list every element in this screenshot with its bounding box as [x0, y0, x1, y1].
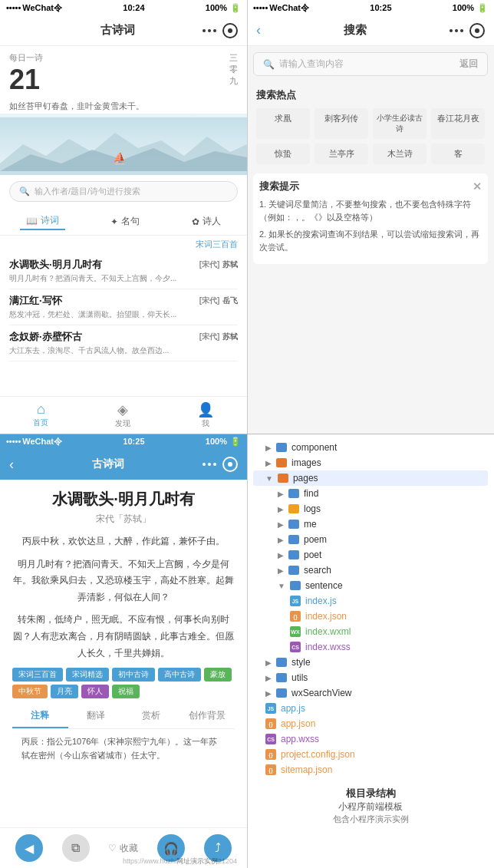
file-sentence[interactable]: ▼ sentence: [253, 578, 488, 593]
target-icon[interactable]: [222, 23, 238, 38]
hot-tag-1[interactable]: 刺客列传: [315, 108, 368, 139]
poem-item-1[interactable]: 水调歌头·明月几时有 [宋代] 苏轼 明月几时有？把酒问青天。不知天上宫阙，今夕…: [9, 253, 238, 289]
annotation-content: 丙辰：指公元1076年（宋神宗熙宁九年）。这一年苏轼在密州（今山东省诸城市）任太…: [12, 729, 235, 768]
back-arrow[interactable]: ‹: [256, 22, 261, 38]
tab-famous[interactable]: ✦ 名句: [104, 213, 146, 230]
file-app-json[interactable]: {} app.json: [253, 716, 488, 731]
hot-tag-3[interactable]: 春江花月夜: [431, 108, 485, 139]
hot-tag-5[interactable]: 兰亭序: [315, 144, 368, 164]
hot-tag-0[interactable]: 求凰: [256, 108, 310, 139]
tag-5[interactable]: 中秋节: [12, 685, 48, 698]
file-utils[interactable]: ▶ utils: [253, 670, 488, 685]
poem-meta-3: [宋代] 苏轼: [199, 330, 238, 344]
right-target-icon[interactable]: [469, 23, 485, 38]
bottom-right-panel: ▶ component ▶ images ▼ pages ▶ find ▶ lo…: [247, 434, 494, 868]
search-icon: 🔍: [19, 186, 30, 196]
folder-icon-sentence: [290, 581, 301, 590]
left-search-bar[interactable]: 🔍 输入作者/题目/诗句进行搜索: [9, 181, 238, 202]
file-style[interactable]: ▶ style: [253, 655, 488, 670]
ann-tab-translate[interactable]: 翻译: [68, 705, 124, 728]
file-pages[interactable]: ▼ pages: [253, 470, 488, 486]
file-logs[interactable]: ▶ logs: [253, 501, 488, 517]
nav-me[interactable]: 👤 我: [197, 401, 214, 429]
copy-button[interactable]: ⧉: [62, 834, 90, 862]
filename-me: me: [304, 519, 317, 530]
file-index-wxss[interactable]: CS index.wxss: [253, 639, 488, 655]
tab-poet[interactable]: ✿ 诗人: [186, 213, 227, 230]
file-project-config[interactable]: {} project.config.json: [253, 747, 488, 762]
right-search-input[interactable]: 🔍 请输入查询内容 返回: [253, 52, 488, 76]
tag-7[interactable]: 怀人: [81, 685, 109, 698]
nav-dots[interactable]: [203, 29, 216, 32]
tag-0[interactable]: 宋词三百首: [12, 668, 63, 682]
arrow-wxsearchview: ▶: [265, 689, 272, 698]
file-index-js[interactable]: JS index.js: [253, 593, 488, 609]
arrow-component: ▶: [265, 444, 272, 452]
home-icon: ⌂: [37, 401, 45, 417]
file-sitemap[interactable]: {} sitemap.json: [253, 762, 488, 777]
hot-tag-7[interactable]: 客: [431, 144, 485, 164]
tab-poem[interactable]: 📖 诗词: [20, 213, 65, 230]
tip-section-title: 搜索提示: [259, 180, 299, 193]
filename-sentence: sentence: [305, 580, 343, 591]
file-search[interactable]: ▶ search: [253, 563, 488, 578]
filename-sitemap: sitemap.json: [281, 764, 332, 775]
folder-icon-poet: [288, 550, 299, 559]
poem-item-2[interactable]: 满江红·写怀 [宋代] 岳飞 怒发冲冠，凭栏处、潇潇雨歇。抬望眼，仰天长...: [9, 289, 238, 325]
tag-3[interactable]: 高中古诗: [158, 668, 201, 682]
file-index-wxml[interactable]: WX index.wxml: [253, 624, 488, 639]
right-search-placeholder: 请输入查询内容: [279, 58, 344, 71]
poem-item-3[interactable]: 念奴娇·赤壁怀古 [宋代] 苏轼 大江东去，浪淘尽、千古风流人物。故垒西边...: [9, 325, 238, 361]
file-index-json[interactable]: {} index.json: [253, 609, 488, 624]
tip-1: 1. 关键词尽量简洁，不要整句搜索，也不要包含特殊字符（例如：，。《》以及空格等…: [259, 198, 482, 223]
collect-label[interactable]: 收藏: [120, 842, 138, 855]
poem-tab-icon: 📖: [26, 216, 38, 226]
tag-2[interactable]: 初中古诗: [112, 668, 155, 682]
bl-back-button[interactable]: ‹: [9, 457, 14, 473]
filter-link[interactable]: 宋词三百首: [196, 239, 238, 250]
hot-tags-grid: 求凰 刺客列传 小学生必读古诗 春江花月夜 惊蛰 兰亭序 木兰诗 客: [247, 105, 494, 167]
tag-8[interactable]: 祝福: [112, 685, 140, 698]
hot-tag-4[interactable]: 惊蛰: [256, 144, 310, 164]
folder-icon-search: [288, 566, 299, 575]
nav-discover[interactable]: ◈ 发现: [115, 401, 130, 429]
poem-tabs: 📖 诗词 ✦ 名句 ✿ 诗人: [0, 208, 247, 236]
filename-index-json: index.json: [305, 611, 347, 622]
arrow-me: ▶: [278, 520, 284, 529]
file-component[interactable]: ▶ component: [253, 440, 488, 455]
file-wxsearchview[interactable]: ▶ wxSearchView: [253, 685, 488, 701]
ann-tab-notes[interactable]: 注释: [12, 705, 68, 728]
return-button[interactable]: 返回: [459, 58, 478, 71]
play-button[interactable]: ◀: [15, 834, 43, 862]
file-poet[interactable]: ▶ poet: [253, 547, 488, 563]
file-app-wxss[interactable]: CS app.wxss: [253, 731, 488, 747]
tip-close-button[interactable]: ✕: [473, 180, 482, 193]
hot-tag-6[interactable]: 木兰诗: [373, 144, 426, 164]
tag-6[interactable]: 月亮: [51, 685, 78, 698]
arrow-poet: ▶: [278, 551, 284, 559]
file-app-js[interactable]: JS app.js: [253, 701, 488, 716]
bl-target-icon[interactable]: [222, 457, 238, 472]
file-images[interactable]: ▶ images: [253, 455, 488, 470]
icon-index-json: {}: [290, 611, 301, 622]
nav-home[interactable]: ⌂ 首页: [33, 401, 48, 429]
ann-tab-appreciate[interactable]: 赏析: [123, 705, 179, 728]
tag-1[interactable]: 宋词精选: [66, 668, 109, 682]
arrow-poem: ▶: [278, 536, 284, 544]
date-number: 21: [9, 64, 43, 96]
right-nav-dots[interactable]: [450, 29, 463, 32]
heart-icon: ♡: [108, 843, 117, 853]
file-poem[interactable]: ▶ poem: [253, 532, 488, 547]
bl-nav: ‹ 古诗词: [0, 449, 247, 480]
hot-tag-2[interactable]: 小学生必读古诗: [373, 108, 426, 139]
file-me[interactable]: ▶ me: [253, 517, 488, 532]
ann-tab-background[interactable]: 创作背景: [179, 705, 235, 728]
filename-wxsearchview: wxSearchView: [291, 688, 351, 698]
date-side: 三 零 九: [229, 52, 238, 87]
file-find[interactable]: ▶ find: [253, 486, 488, 501]
tag-4[interactable]: 豪放: [204, 668, 232, 682]
filename-find: find: [304, 488, 318, 499]
filename-index-wxss: index.wxss: [305, 642, 351, 652]
file-tree: ▶ component ▶ images ▼ pages ▶ find ▶ lo…: [247, 434, 494, 868]
arrow-utils: ▶: [265, 674, 272, 682]
